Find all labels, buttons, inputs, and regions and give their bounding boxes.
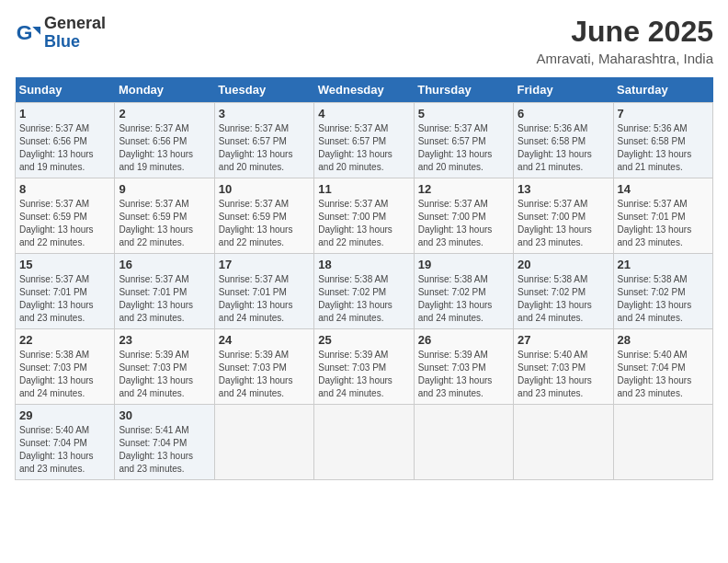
day-info: Sunrise: 5:38 AMSunset: 7:03 PMDaylight:… xyxy=(19,349,110,400)
calendar-cell: 19Sunrise: 5:38 AMSunset: 7:02 PMDayligh… xyxy=(414,254,513,329)
calendar-cell: 23Sunrise: 5:39 AMSunset: 7:03 PMDayligh… xyxy=(115,329,214,405)
day-header-monday: Monday xyxy=(115,77,214,103)
day-info: Sunrise: 5:38 AMSunset: 7:02 PMDaylight:… xyxy=(618,273,709,325)
calendar-cell: 3Sunrise: 5:37 AMSunset: 6:57 PMDaylight… xyxy=(214,103,313,178)
day-number: 25 xyxy=(318,333,409,347)
calendar-row-5: 29Sunrise: 5:40 AMSunset: 7:04 PMDayligh… xyxy=(16,405,713,480)
day-header-friday: Friday xyxy=(514,77,613,103)
calendar-row-3: 15Sunrise: 5:37 AMSunset: 7:01 PMDayligh… xyxy=(16,254,713,329)
day-number: 24 xyxy=(219,333,310,347)
day-info: Sunrise: 5:37 AMSunset: 6:59 PMDaylight:… xyxy=(219,198,310,249)
header-row: SundayMondayTuesdayWednesdayThursdayFrid… xyxy=(16,77,713,103)
day-number: 13 xyxy=(518,182,609,196)
calendar-cell: 10Sunrise: 5:37 AMSunset: 6:59 PMDayligh… xyxy=(214,178,313,254)
day-number: 7 xyxy=(618,107,709,121)
svg-marker-2 xyxy=(32,27,40,35)
logo: G General Blue xyxy=(15,15,106,52)
svg-text:G: G xyxy=(17,20,33,44)
calendar-cell: 14Sunrise: 5:37 AMSunset: 7:01 PMDayligh… xyxy=(613,178,712,254)
day-info: Sunrise: 5:37 AMSunset: 6:56 PMDaylight:… xyxy=(19,122,110,174)
day-number: 29 xyxy=(19,408,110,422)
day-number: 14 xyxy=(618,182,709,196)
day-number: 17 xyxy=(219,258,310,271)
calendar-cell: 25Sunrise: 5:39 AMSunset: 7:03 PMDayligh… xyxy=(314,329,414,405)
calendar-cell: 20Sunrise: 5:38 AMSunset: 7:02 PMDayligh… xyxy=(514,254,613,329)
title-area: June 2025 Amravati, Maharashtra, India xyxy=(536,15,713,66)
day-number: 6 xyxy=(518,107,609,121)
day-info: Sunrise: 5:37 AMSunset: 6:57 PMDaylight:… xyxy=(219,122,310,174)
day-info: Sunrise: 5:37 AMSunset: 7:01 PMDaylight:… xyxy=(119,273,210,325)
calendar-cell: 30Sunrise: 5:41 AMSunset: 7:04 PMDayligh… xyxy=(115,405,214,480)
day-number: 23 xyxy=(119,333,210,347)
day-info: Sunrise: 5:37 AMSunset: 7:01 PMDaylight:… xyxy=(19,273,110,325)
day-number: 10 xyxy=(219,182,310,196)
calendar-cell: 22Sunrise: 5:38 AMSunset: 7:03 PMDayligh… xyxy=(16,329,115,405)
day-number: 20 xyxy=(518,258,609,271)
day-number: 15 xyxy=(19,258,110,271)
calendar-row-4: 22Sunrise: 5:38 AMSunset: 7:03 PMDayligh… xyxy=(16,329,713,405)
day-number: 3 xyxy=(219,107,310,121)
calendar-cell: 16Sunrise: 5:37 AMSunset: 7:01 PMDayligh… xyxy=(115,254,214,329)
day-number: 4 xyxy=(318,107,409,121)
day-info: Sunrise: 5:38 AMSunset: 7:02 PMDaylight:… xyxy=(518,273,609,325)
day-number: 27 xyxy=(518,333,609,347)
calendar-row-1: 1Sunrise: 5:37 AMSunset: 6:56 PMDaylight… xyxy=(16,103,713,178)
day-number: 2 xyxy=(119,107,210,121)
calendar-cell: 11Sunrise: 5:37 AMSunset: 7:00 PMDayligh… xyxy=(314,178,414,254)
calendar-cell xyxy=(314,405,414,480)
day-info: Sunrise: 5:40 AMSunset: 7:03 PMDaylight:… xyxy=(518,349,609,400)
day-info: Sunrise: 5:41 AMSunset: 7:04 PMDaylight:… xyxy=(119,424,210,476)
day-number: 12 xyxy=(418,182,509,196)
day-number: 22 xyxy=(19,333,110,347)
calendar-cell: 15Sunrise: 5:37 AMSunset: 7:01 PMDayligh… xyxy=(16,254,115,329)
logo-general: General xyxy=(44,14,106,32)
calendar-cell: 29Sunrise: 5:40 AMSunset: 7:04 PMDayligh… xyxy=(16,405,115,480)
day-info: Sunrise: 5:37 AMSunset: 7:01 PMDaylight:… xyxy=(219,273,310,325)
calendar-table: SundayMondayTuesdayWednesdayThursdayFrid… xyxy=(15,77,713,480)
calendar-cell xyxy=(214,405,313,480)
calendar-cell: 4Sunrise: 5:37 AMSunset: 6:57 PMDaylight… xyxy=(314,103,414,178)
calendar-cell: 6Sunrise: 5:36 AMSunset: 6:58 PMDaylight… xyxy=(514,103,613,178)
day-number: 5 xyxy=(418,107,509,121)
day-number: 19 xyxy=(418,258,509,271)
calendar-row-2: 8Sunrise: 5:37 AMSunset: 6:59 PMDaylight… xyxy=(16,178,713,254)
calendar-cell: 13Sunrise: 5:37 AMSunset: 7:00 PMDayligh… xyxy=(514,178,613,254)
day-info: Sunrise: 5:37 AMSunset: 7:01 PMDaylight:… xyxy=(618,198,709,249)
day-header-tuesday: Tuesday xyxy=(214,77,313,103)
day-info: Sunrise: 5:40 AMSunset: 7:04 PMDaylight:… xyxy=(19,424,110,476)
calendar-cell: 27Sunrise: 5:40 AMSunset: 7:03 PMDayligh… xyxy=(514,329,613,405)
day-info: Sunrise: 5:37 AMSunset: 6:56 PMDaylight:… xyxy=(119,122,210,174)
calendar-cell: 12Sunrise: 5:37 AMSunset: 7:00 PMDayligh… xyxy=(414,178,513,254)
calendar-subtitle: Amravati, Maharashtra, India xyxy=(536,51,713,66)
logo-blue: Blue xyxy=(44,32,80,51)
calendar-cell xyxy=(414,405,513,480)
logo-icon: G xyxy=(15,20,40,46)
calendar-cell: 2Sunrise: 5:37 AMSunset: 6:56 PMDaylight… xyxy=(115,103,214,178)
day-info: Sunrise: 5:39 AMSunset: 7:03 PMDaylight:… xyxy=(219,349,310,400)
day-number: 26 xyxy=(418,333,509,347)
day-info: Sunrise: 5:39 AMSunset: 7:03 PMDaylight:… xyxy=(318,349,409,400)
day-info: Sunrise: 5:36 AMSunset: 6:58 PMDaylight:… xyxy=(618,122,709,174)
day-info: Sunrise: 5:39 AMSunset: 7:03 PMDaylight:… xyxy=(418,349,509,400)
day-number: 18 xyxy=(318,258,409,271)
day-header-sunday: Sunday xyxy=(16,77,115,103)
day-header-saturday: Saturday xyxy=(613,77,712,103)
day-number: 28 xyxy=(618,333,709,347)
calendar-cell xyxy=(613,405,712,480)
day-number: 1 xyxy=(19,107,110,121)
calendar-cell: 17Sunrise: 5:37 AMSunset: 7:01 PMDayligh… xyxy=(214,254,313,329)
day-info: Sunrise: 5:37 AMSunset: 6:57 PMDaylight:… xyxy=(318,122,409,174)
calendar-header: G General Blue June 2025 Amravati, Mahar… xyxy=(15,15,713,66)
day-header-thursday: Thursday xyxy=(414,77,513,103)
day-info: Sunrise: 5:39 AMSunset: 7:03 PMDaylight:… xyxy=(119,349,210,400)
calendar-cell: 26Sunrise: 5:39 AMSunset: 7:03 PMDayligh… xyxy=(414,329,513,405)
day-info: Sunrise: 5:40 AMSunset: 7:04 PMDaylight:… xyxy=(618,349,709,400)
day-number: 30 xyxy=(119,408,210,422)
day-info: Sunrise: 5:36 AMSunset: 6:58 PMDaylight:… xyxy=(518,122,609,174)
day-info: Sunrise: 5:37 AMSunset: 6:57 PMDaylight:… xyxy=(418,122,509,174)
day-info: Sunrise: 5:37 AMSunset: 7:00 PMDaylight:… xyxy=(318,198,409,249)
calendar-cell: 5Sunrise: 5:37 AMSunset: 6:57 PMDaylight… xyxy=(414,103,513,178)
calendar-cell: 1Sunrise: 5:37 AMSunset: 6:56 PMDaylight… xyxy=(16,103,115,178)
calendar-cell: 28Sunrise: 5:40 AMSunset: 7:04 PMDayligh… xyxy=(613,329,712,405)
calendar-cell: 21Sunrise: 5:38 AMSunset: 7:02 PMDayligh… xyxy=(613,254,712,329)
